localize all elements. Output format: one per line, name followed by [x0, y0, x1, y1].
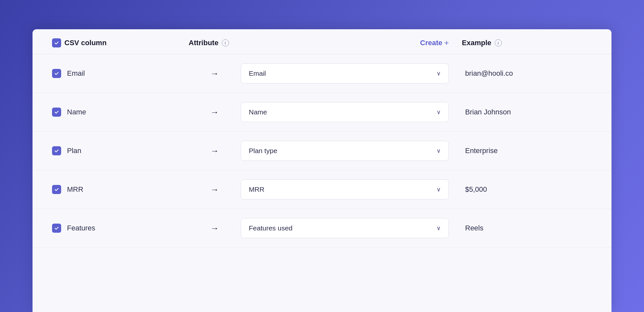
- attribute-label: Attribute: [189, 39, 219, 47]
- attribute-info-icon[interactable]: i: [222, 39, 229, 46]
- csv-column-cell-email: Email: [52, 69, 189, 78]
- table-row: Plan → Plan type ∨ Enterprise: [33, 132, 611, 170]
- csv-column-cell-plan: Plan: [52, 146, 189, 155]
- example-label: Example: [462, 39, 491, 47]
- arrow-name: →: [189, 107, 241, 117]
- checkbox-plan[interactable]: [52, 146, 61, 155]
- example-cell-name: Brian Johnson: [462, 108, 592, 116]
- main-card: CSV column Attribute i Create + Example …: [33, 29, 611, 312]
- attribute-select-plan[interactable]: Plan type ∨: [241, 141, 449, 161]
- table-row: Features → Features used ∨ Reels: [33, 209, 611, 248]
- attribute-select-name[interactable]: Name ∨: [241, 102, 449, 122]
- table-header: CSV column Attribute i Create + Example …: [33, 29, 611, 54]
- checkbox-name[interactable]: [52, 108, 61, 117]
- csv-column-name-email: Email: [67, 69, 85, 78]
- example-value-email: brian@hooli.co: [465, 69, 513, 77]
- chevron-down-icon-mrr: ∨: [436, 186, 441, 193]
- chevron-down-icon-plan: ∨: [436, 147, 441, 154]
- table-body: Email → Email ∨ brian@hooli.co Name: [33, 54, 611, 248]
- csv-column-cell-mrr: MRR: [52, 185, 189, 194]
- attribute-header: Attribute i: [189, 39, 241, 47]
- table-row: MRR → MRR ∨ $5,000: [33, 170, 611, 209]
- arrow-icon-name: →: [210, 107, 219, 117]
- csv-column-name-features: Features: [67, 224, 95, 232]
- csv-column-cell-features: Features: [52, 224, 189, 233]
- attribute-value-email: Email: [249, 70, 266, 77]
- attribute-select-mrr[interactable]: MRR ∨: [241, 179, 449, 200]
- arrow-mrr: →: [189, 185, 241, 195]
- attribute-value-mrr: MRR: [249, 186, 264, 193]
- chevron-down-icon-name: ∨: [436, 109, 441, 116]
- select-all-checkbox[interactable]: [52, 38, 61, 47]
- arrow-icon-plan: →: [210, 146, 219, 156]
- attribute-value-plan: Plan type: [249, 147, 277, 155]
- checkbox-email[interactable]: [52, 69, 61, 78]
- create-label: Create: [420, 39, 442, 47]
- arrow-features: →: [189, 223, 241, 233]
- checkbox-features[interactable]: [52, 224, 61, 233]
- attribute-select-features[interactable]: Features used ∨: [241, 218, 449, 238]
- arrow-icon-features: →: [210, 223, 219, 233]
- csv-column-name-name: Name: [67, 108, 86, 116]
- csv-column-name-plan: Plan: [67, 147, 81, 155]
- attribute-value-name: Name: [249, 108, 267, 116]
- example-cell-mrr: $5,000: [462, 185, 592, 194]
- chevron-down-icon-email: ∨: [436, 70, 441, 77]
- example-value-mrr: $5,000: [465, 185, 487, 193]
- table-row: Email → Email ∨ brian@hooli.co: [33, 54, 611, 93]
- chevron-down-icon-features: ∨: [436, 225, 441, 232]
- table-row: Name → Name ∨ Brian Johnson: [33, 93, 611, 132]
- csv-column-name-mrr: MRR: [67, 185, 83, 194]
- example-info-icon[interactable]: i: [495, 39, 502, 46]
- example-cell-email: brian@hooli.co: [462, 69, 592, 78]
- example-header: Example i: [462, 39, 592, 47]
- example-value-features: Reels: [465, 224, 483, 232]
- arrow-icon-email: →: [210, 69, 219, 79]
- example-cell-plan: Enterprise: [462, 147, 592, 155]
- csv-column-cell-name: Name: [52, 108, 189, 117]
- arrow-plan: →: [189, 146, 241, 156]
- attribute-value-features: Features used: [249, 224, 292, 232]
- attribute-select-email[interactable]: Email ∨: [241, 63, 449, 84]
- example-value-plan: Enterprise: [465, 147, 498, 155]
- arrow-email: →: [189, 69, 241, 79]
- example-value-name: Brian Johnson: [465, 108, 511, 116]
- csv-column-header: CSV column: [52, 38, 189, 47]
- arrow-icon-mrr: →: [210, 185, 219, 195]
- checkbox-mrr[interactable]: [52, 185, 61, 194]
- csv-column-label: CSV column: [64, 39, 107, 47]
- create-plus-icon: +: [444, 38, 449, 47]
- create-button[interactable]: Create +: [420, 38, 449, 47]
- example-cell-features: Reels: [462, 224, 592, 232]
